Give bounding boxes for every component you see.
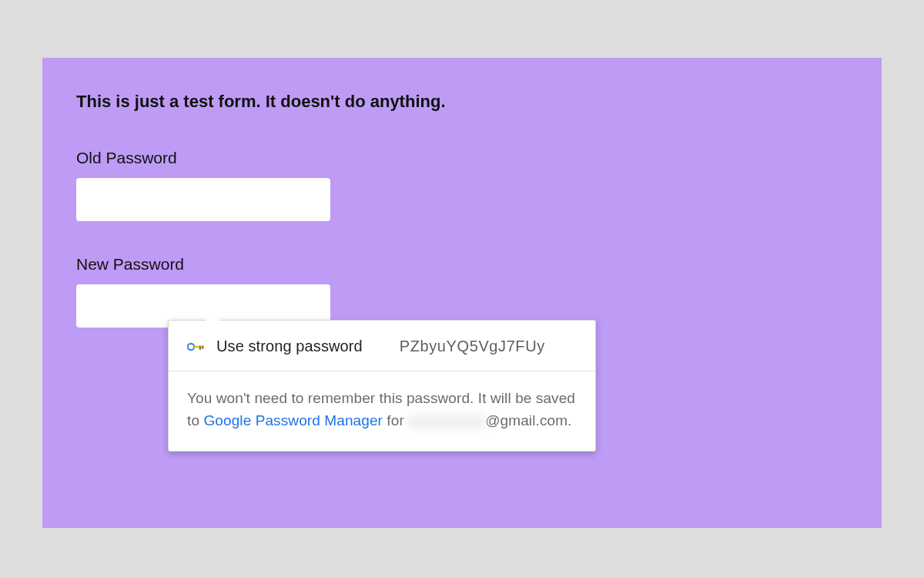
svg-rect-2: [199, 345, 202, 349]
old-password-input[interactable]: [76, 178, 330, 221]
popup-header-row[interactable]: Use strong password PZbyuYQ5VgJ7FUy: [169, 321, 595, 371]
old-password-label: Old Password: [76, 149, 848, 167]
use-strong-password-label: Use strong password: [216, 338, 363, 355]
popup-info-mid: for: [383, 412, 408, 428]
password-suggestion-popup: Use strong password PZbyuYQ5VgJ7FUy You …: [168, 320, 596, 452]
svg-rect-3: [202, 345, 203, 348]
svg-point-0: [188, 343, 194, 349]
new-password-group: New Password: [76, 255, 848, 328]
email-visible-part: @gmail.com.: [485, 412, 571, 428]
suggested-password-value: PZbyuYQ5VgJ7FUy: [400, 338, 545, 355]
test-form-panel: This is just a test form. It doesn't do …: [42, 58, 882, 528]
new-password-label: New Password: [76, 255, 848, 274]
popup-info-text: You won't need to remember this password…: [169, 371, 595, 451]
password-key-icon: [187, 341, 204, 352]
old-password-group: Old Password: [76, 149, 848, 221]
form-heading: This is just a test form. It doesn't do …: [76, 92, 848, 112]
email-redacted-part: xxxxxxxxx: [408, 415, 485, 428]
google-password-manager-link[interactable]: Google Password Manager: [203, 412, 383, 428]
